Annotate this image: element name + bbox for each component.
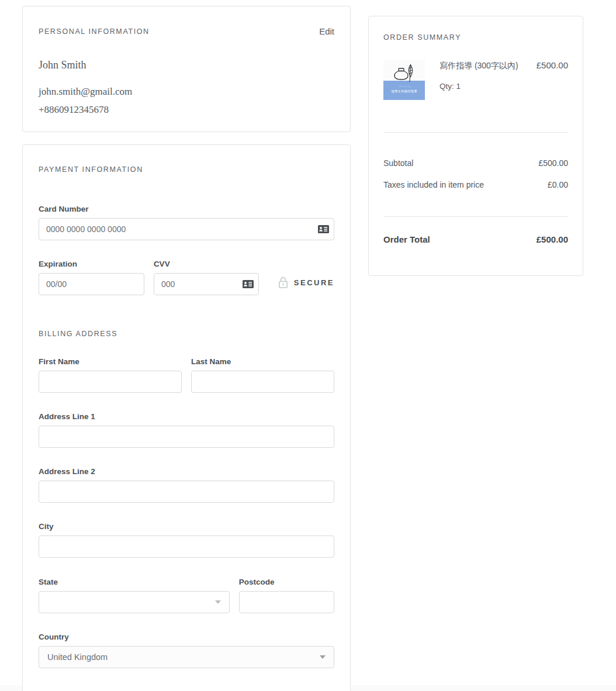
taxes-value: £0.00	[548, 180, 568, 189]
secure-label: SECURE	[294, 278, 334, 287]
subtotal-value: £500.00	[538, 158, 568, 168]
taxes-row: Taxes included in item price £0.00	[383, 180, 568, 189]
last-name-input[interactable]	[191, 371, 334, 393]
edit-button[interactable]: Edit	[319, 27, 334, 36]
country-label: Country	[39, 633, 334, 641]
city-input[interactable]	[39, 535, 334, 558]
order-summary-card: ORDER SUMMARY	[368, 16, 583, 276]
country-select-value: United Kingdom	[47, 652, 108, 662]
first-name-input[interactable]	[39, 371, 182, 393]
order-summary-heading: ORDER SUMMARY	[383, 34, 568, 42]
expiration-input[interactable]	[39, 273, 144, 295]
postcode-label: Postcode	[239, 578, 334, 586]
cvv-input[interactable]	[154, 273, 259, 295]
taxes-label: Taxes included in item price	[383, 180, 484, 189]
state-label: State	[39, 578, 230, 586]
secure-badge: SECURE	[278, 276, 334, 289]
country-select[interactable]: United Kingdom	[39, 646, 334, 668]
customer-name: John Smith	[39, 58, 334, 72]
address-line-2-input[interactable]	[39, 481, 334, 503]
first-name-label: First Name	[39, 357, 182, 366]
payment-info-card: PAYMENT INFORMATION Card Number	[22, 144, 351, 691]
billing-address-heading: BILLING ADDRESS	[39, 330, 334, 338]
product-price: £500.00	[537, 60, 568, 70]
personal-info-heading: PERSONAL INFORMATION	[39, 28, 150, 36]
checkout-page: PERSONAL INFORMATION Edit John Smith joh…	[0, 0, 616, 691]
customer-email: john.smith@gmail.com	[39, 85, 334, 99]
subtotal-row: Subtotal £500.00	[383, 158, 568, 168]
chevron-down-icon	[320, 655, 326, 659]
payment-info-heading: PAYMENT INFORMATION	[39, 166, 334, 174]
state-select[interactable]	[39, 591, 230, 613]
card-number-label: Card Number	[39, 205, 334, 213]
thumbnail-caption-line1: Coaching	[398, 85, 411, 88]
address-line-2-label: Address Line 2	[39, 467, 334, 476]
order-total-value: £500.00	[537, 234, 568, 244]
postcode-input[interactable]	[239, 591, 334, 613]
product-quantity: Qty: 1	[439, 82, 568, 91]
divider	[383, 132, 568, 133]
customer-phone: +8860912345678	[39, 103, 334, 117]
order-total-label: Order Total	[383, 234, 430, 244]
card-number-input[interactable]	[39, 218, 334, 240]
subtotal-label: Subtotal	[383, 158, 413, 168]
order-total-row: Order Total £500.00	[383, 234, 568, 244]
order-item-row: Coaching 留學文件寫作指導 寫作指導 (300字以內) £500.00 …	[383, 60, 568, 100]
personal-info-card: PERSONAL INFORMATION Edit John Smith joh…	[22, 6, 351, 132]
address-line-1-input[interactable]	[39, 426, 334, 448]
product-name: 寫作指導 (300字以內)	[439, 60, 518, 71]
thumbnail-caption-line2: 留學文件寫作指導	[392, 89, 418, 94]
last-name-label: Last Name	[191, 357, 334, 366]
lock-icon	[278, 276, 289, 289]
address-line-1-label: Address Line 1	[39, 412, 334, 421]
divider	[383, 216, 568, 217]
cvv-label: CVV	[154, 260, 259, 268]
city-label: City	[39, 522, 334, 531]
product-image: Coaching 留學文件寫作指導	[383, 60, 425, 100]
chevron-down-icon	[215, 600, 221, 604]
expiration-label: Expiration	[39, 260, 144, 268]
